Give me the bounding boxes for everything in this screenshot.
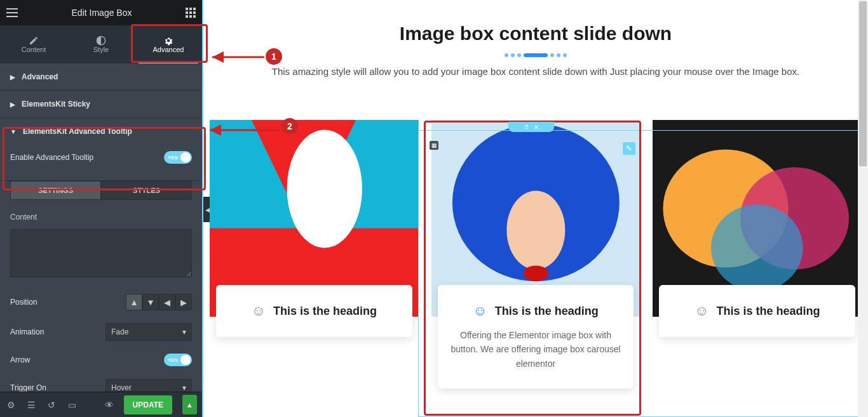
chevron-down-icon: ▾ [182, 383, 186, 392]
arrow-toggle[interactable]: YES [164, 354, 192, 366]
trigger-select[interactable]: Hover▾ [105, 379, 192, 392]
svg-point-4 [287, 130, 362, 248]
position-choices: ▲ ▼ ◀ ▶ [126, 294, 192, 310]
contrast-icon [96, 36, 106, 46]
preview-canvas: ◀ Image box content slide down This amaz… [202, 0, 868, 417]
edit-widget-button[interactable]: ✎ [623, 142, 635, 155]
accordion-tooltip[interactable]: ▼ElementsKit Advanced Tooltip Enable Adv… [0, 118, 202, 181]
card-heading: This is the heading [273, 305, 377, 318]
page-scrollbar[interactable] [858, 0, 868, 417]
controls-body: ▶Advanced ▶ElementsKit Sticky ▼ElementsK… [0, 63, 202, 392]
gear-icon [163, 36, 173, 46]
card-heading: This is the heading [495, 305, 599, 318]
panel-tabs: Content Style Advanced [0, 25, 202, 63]
trigger-label: Trigger On [10, 383, 46, 392]
cards-row: ☺This is the heading ☺This is the headin… [203, 89, 868, 388]
annotation-badge-2: 2 [281, 118, 298, 135]
navigator-icon[interactable]: ☰ [25, 399, 37, 411]
preview-icon[interactable]: 👁 [104, 399, 115, 411]
svg-point-8 [523, 265, 548, 281]
card-info: ☺This is the heading [659, 285, 855, 337]
pencil-icon [29, 36, 39, 46]
update-options[interactable]: ▴ [182, 395, 197, 414]
position-label: Position [10, 298, 37, 307]
caret-down-icon: ▼ [10, 128, 17, 135]
editor-sidebar: Edit Image Box Content Style Advanced ▶A… [0, 0, 202, 417]
subtab-settings[interactable]: SETTINGS [10, 181, 101, 200]
divider-icon [222, 53, 849, 57]
panel-title: Edit Image Box [18, 8, 186, 18]
drag-icon: ⠿ [524, 124, 529, 131]
history-icon[interactable]: ↺ [46, 399, 57, 411]
image-box-3[interactable]: ☺This is the heading [653, 120, 862, 388]
svg-point-7 [506, 191, 565, 270]
editor-topbar: Edit Image Box [0, 0, 202, 25]
annotation-badge-1: 1 [266, 48, 282, 65]
widget-handle[interactable]: ⠿✕ [508, 122, 554, 132]
team-icon: ☺ [252, 303, 266, 319]
position-top[interactable]: ▲ [126, 294, 142, 310]
column-handle[interactable]: ▦ [430, 141, 438, 150]
caret-right-icon: ▶ [10, 74, 15, 81]
toggle-knob [180, 152, 191, 162]
content-label: Content [0, 209, 202, 225]
card-info: ☺This is the heading [216, 285, 412, 337]
enable-tooltip-toggle[interactable]: YES [164, 151, 192, 164]
image-box-2[interactable]: ☺This is the heading Offering the Elemen… [431, 120, 641, 388]
panel-footer: ⚙ ☰ ↺ ▭ 👁 UPDATE ▴ [0, 392, 202, 417]
tab-advanced[interactable]: Advanced [135, 25, 202, 63]
position-left[interactable]: ◀ [159, 294, 175, 310]
card-text: Offering the Elementor image box with bu… [449, 328, 623, 371]
menu-icon[interactable] [6, 8, 18, 17]
card-heading: This is the heading [716, 305, 820, 318]
tab-content[interactable]: Content [0, 25, 67, 63]
position-right[interactable]: ▶ [175, 294, 192, 310]
scroll-thumb[interactable] [859, 1, 867, 166]
caret-right-icon: ▶ [10, 101, 15, 108]
team-icon: ☺ [695, 303, 709, 319]
tooltip-subtabs: SETTINGS STYLES [10, 181, 192, 200]
section-hero: Image box content slide down This amazin… [203, 0, 868, 89]
animation-label: Animation [10, 328, 44, 336]
close-icon[interactable]: ✕ [534, 124, 539, 131]
image-box-1[interactable]: ☺This is the heading [210, 120, 419, 388]
animation-select[interactable]: Fade▾ [105, 323, 192, 341]
enable-tooltip-label: Enable Advanced Tooltip [10, 153, 93, 162]
responsive-icon[interactable]: ▭ [66, 399, 78, 411]
hero-title: Image box content slide down [222, 23, 849, 44]
accordion-advanced[interactable]: ▶Advanced [0, 63, 202, 91]
position-bottom[interactable]: ▼ [142, 294, 159, 310]
accordion-sticky[interactable]: ▶ElementsKit Sticky [0, 91, 202, 118]
chevron-down-icon: ▾ [182, 328, 186, 336]
widgets-grid-icon[interactable] [186, 8, 196, 18]
svg-point-12 [711, 204, 803, 291]
settings-icon[interactable]: ⚙ [5, 399, 17, 411]
tab-style[interactable]: Style [67, 25, 135, 63]
team-icon: ☺ [473, 303, 487, 319]
subtab-styles[interactable]: STYLES [101, 181, 192, 200]
card-info: ☺This is the heading Offering the Elemen… [438, 285, 634, 388]
hero-subtitle: This amazing style will allow you to add… [250, 66, 822, 77]
arrow-label: Arrow [10, 355, 30, 364]
tooltip-content-input[interactable] [10, 229, 192, 277]
update-button[interactable]: UPDATE [124, 395, 172, 414]
